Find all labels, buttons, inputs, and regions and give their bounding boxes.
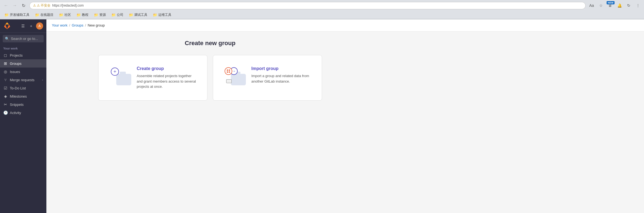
sidebar-toggle-button[interactable]: ☰ bbox=[20, 23, 26, 29]
sidebar-item-label: To-Do List bbox=[10, 86, 26, 90]
sidebar-item-groups[interactable]: ⊞ Groups bbox=[0, 59, 46, 68]
address-text: https://[redacted].com bbox=[52, 4, 84, 7]
bookmark-item[interactable]: 📁 社区 bbox=[57, 12, 73, 18]
page-title: Create new group bbox=[52, 40, 368, 47]
bookmark-item[interactable]: 📁 调试工具 bbox=[127, 12, 150, 18]
sidebar-item-activity[interactable]: 🕐 Activity bbox=[0, 109, 46, 117]
import-group-illustration: → bbox=[224, 66, 246, 85]
import-group-icon-area: → bbox=[224, 66, 246, 85]
create-group-text: Create group Assemble related projects t… bbox=[137, 66, 196, 89]
security-warning: ⚠ ⚠ 不安全 bbox=[33, 3, 50, 8]
dot bbox=[229, 71, 230, 73]
dot bbox=[227, 71, 228, 73]
menu-button[interactable]: ⋮ bbox=[634, 2, 642, 9]
create-group-card[interactable]: + Create group Assemble related projects… bbox=[98, 55, 207, 101]
breadcrumb-current-page: New group bbox=[88, 23, 105, 27]
sidebar-item-merge-requests[interactable]: ⑂ Merge requests › bbox=[0, 76, 46, 84]
search-bar[interactable]: 🔍 Search or go to... bbox=[3, 35, 44, 42]
groups-icon: ⊞ bbox=[3, 61, 8, 66]
breadcrumb-separator: / bbox=[69, 23, 70, 27]
create-group-illustration: + bbox=[109, 66, 131, 85]
sidebar-item-milestones[interactable]: ◈ Milestones bbox=[0, 92, 46, 100]
sidebar-item-snippets[interactable]: ✂ Snippets bbox=[0, 100, 46, 109]
folder-icon: 📁 bbox=[35, 13, 39, 17]
new-item-button[interactable]: + bbox=[28, 23, 34, 29]
sidebar-item-label: Merge requests bbox=[10, 78, 34, 82]
bookmark-item[interactable]: 📁 公司 bbox=[109, 12, 126, 18]
breadcrumb-separator: / bbox=[85, 23, 86, 27]
bookmark-button[interactable]: ☆ bbox=[597, 2, 605, 9]
folder-body bbox=[116, 74, 131, 85]
sidebar-top: ☰ + A bbox=[0, 19, 46, 33]
import-group-card[interactable]: → Import group Import a group and relate… bbox=[213, 55, 322, 101]
bookmarks-bar: 📁 开发辅助工具 📁 在线题目 📁 社区 📁 教程 📁 资源 📁 公司 📁 调试… bbox=[0, 11, 644, 19]
merge-requests-icon: ⑂ bbox=[3, 78, 8, 82]
folder-icon: 📁 bbox=[153, 13, 157, 17]
dot bbox=[227, 69, 228, 71]
app-layout: ☰ + A 🔍 Search or go to... Your work ◻ P… bbox=[0, 19, 644, 213]
sidebar-item-label: Groups bbox=[10, 62, 22, 66]
reader-mode-button[interactable]: Aa bbox=[588, 2, 595, 9]
bookmark-label: 开发辅助工具 bbox=[10, 13, 29, 17]
breadcrumb-groups[interactable]: Groups bbox=[72, 23, 84, 27]
bookmark-label: 资源 bbox=[99, 13, 106, 17]
user-avatar[interactable]: A bbox=[36, 22, 43, 30]
warning-icon: ⚠ bbox=[33, 4, 36, 7]
folder-icon: 📁 bbox=[76, 13, 81, 17]
database-icon bbox=[226, 79, 232, 83]
sidebar-top-actions: ☰ + A bbox=[20, 22, 43, 30]
browser-nav-buttons: ← → ↻ bbox=[2, 2, 27, 9]
sidebar-item-label: Snippets bbox=[10, 103, 24, 107]
projects-icon: ◻ bbox=[3, 53, 8, 57]
bookmark-item[interactable]: 📁 开发辅助工具 bbox=[2, 12, 32, 18]
sidebar-item-label: Issues bbox=[10, 70, 20, 74]
activity-icon: 🕐 bbox=[3, 110, 8, 115]
sidebar-item-issues[interactable]: ◎ Issues bbox=[0, 68, 46, 76]
browser-actions: Aa ☆ 🖥 NEW 🔔 ↻ ⋮ bbox=[588, 2, 642, 9]
bookmark-item[interactable]: 📁 资源 bbox=[92, 12, 108, 18]
create-group-icon-area: + bbox=[109, 66, 131, 85]
reload-button[interactable]: ↻ bbox=[625, 2, 633, 9]
address-bar[interactable]: ⚠ ⚠ 不安全 https://[redacted].com bbox=[29, 2, 586, 9]
breadcrumb-your-work[interactable]: Your work bbox=[52, 23, 67, 27]
forward-button[interactable]: → bbox=[11, 2, 19, 9]
new-badge: NEW bbox=[607, 1, 615, 4]
snippets-icon: ✂ bbox=[3, 102, 8, 107]
folder-tab bbox=[120, 72, 126, 74]
milestones-icon: ◈ bbox=[3, 94, 8, 98]
folder-icon: 📁 bbox=[4, 13, 9, 17]
extensions-button[interactable]: 🖥 NEW bbox=[606, 2, 614, 9]
create-group-heading: Create group bbox=[137, 66, 196, 71]
issues-icon: ◎ bbox=[3, 69, 8, 74]
bookmark-label: 社区 bbox=[64, 13, 71, 17]
plus-circle-icon: + bbox=[111, 68, 119, 76]
browser-toolbar: ← → ↻ ⚠ ⚠ 不安全 https://[redacted].com Aa … bbox=[0, 0, 644, 11]
chevron-right-icon: › bbox=[42, 78, 43, 81]
sidebar-item-projects[interactable]: ◻ Projects bbox=[0, 51, 46, 59]
dot bbox=[229, 69, 230, 71]
bookmark-label: 在线题目 bbox=[40, 13, 53, 17]
import-group-heading: Import group bbox=[251, 66, 311, 71]
gitlab-logo[interactable] bbox=[3, 22, 11, 30]
folder-icon: 📁 bbox=[111, 13, 116, 17]
page-body: Create new group + Create gro bbox=[46, 31, 374, 109]
bookmark-item[interactable]: 📁 运维工具 bbox=[151, 12, 174, 18]
your-work-section-label: Your work bbox=[0, 45, 46, 51]
browser-chrome: ← → ↻ ⚠ ⚠ 不安全 https://[redacted].com Aa … bbox=[0, 0, 644, 19]
sidebar-item-todo-list[interactable]: ☑ To-Do List bbox=[0, 84, 46, 92]
back-button[interactable]: ← bbox=[2, 2, 10, 9]
sidebar: ☰ + A 🔍 Search or go to... Your work ◻ P… bbox=[0, 19, 46, 213]
folder-body bbox=[231, 74, 246, 85]
bookmark-label: 公司 bbox=[117, 13, 123, 17]
sidebar-item-label: Projects bbox=[10, 53, 23, 57]
bookmark-label: 运维工具 bbox=[158, 13, 171, 17]
bookmark-item[interactable]: 📁 教程 bbox=[74, 12, 91, 18]
sidebar-item-label: Milestones bbox=[10, 94, 27, 98]
import-group-description: Import a group and related data from ano… bbox=[251, 73, 311, 84]
bookmark-item[interactable]: 📁 在线题目 bbox=[33, 12, 56, 18]
create-group-description: Assemble related projects together and g… bbox=[137, 73, 196, 89]
dots-grid bbox=[226, 69, 231, 73]
refresh-button[interactable]: ↻ bbox=[20, 2, 27, 9]
notifications-button[interactable]: 🔔 bbox=[616, 2, 623, 9]
todo-icon: ☑ bbox=[3, 86, 8, 90]
